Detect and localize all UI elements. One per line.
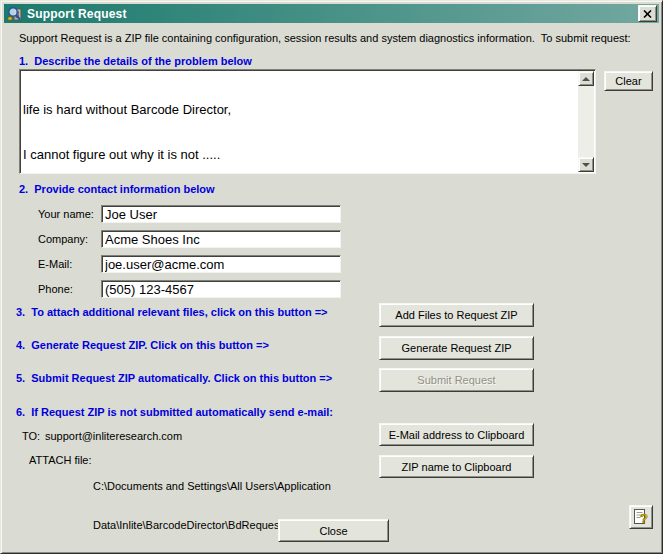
arrow-up-icon — [582, 77, 590, 81]
step1-heading: 1. Describe the details of the problem b… — [19, 55, 252, 67]
submit-request-button: Submit Request — [379, 368, 534, 392]
window-title: Support Request — [27, 7, 127, 21]
attach-path-line: C:\Documents and Settings\All Users\Appl… — [93, 480, 331, 493]
close-x-icon — [643, 10, 652, 18]
svg-text:?: ? — [640, 511, 648, 526]
problem-line: life is hard without Barcode Director, — [23, 102, 575, 117]
step4-text: 4. Generate Request ZIP. Click on this b… — [16, 339, 269, 351]
arrow-down-icon — [582, 163, 590, 167]
company-input[interactable] — [101, 230, 341, 248]
problem-text: life is hard without Barcode Director, I… — [23, 72, 575, 171]
step3-text: 3. To attach additional relevant files, … — [16, 306, 328, 318]
step5-text: 5. Submit Request ZIP automatically. Cli… — [16, 372, 332, 384]
help-document-icon: ? — [632, 508, 650, 526]
clear-button[interactable]: Clear — [604, 71, 653, 91]
email-to-clipboard-button[interactable]: E-Mail address to Clipboard — [379, 423, 534, 446]
email-label: E-Mail: — [38, 258, 72, 270]
problem-textarea[interactable]: life is hard without Barcode Director, I… — [19, 69, 596, 174]
your-name-label: Your name: — [38, 208, 94, 220]
problem-line: I cannot figure out why it is not ..... — [23, 147, 575, 162]
email-input[interactable] — [101, 255, 341, 273]
attach-file-label: ATTACH file: — [29, 454, 92, 466]
zip-name-to-clipboard-button[interactable]: ZIP name to Clipboard — [379, 455, 534, 478]
to-label: TO: — [22, 430, 40, 442]
intro-text: Support Request is a ZIP file containing… — [19, 32, 631, 44]
step2-heading: 2. Provide contact information below — [19, 183, 215, 195]
help-button[interactable]: ? — [629, 505, 653, 529]
close-button[interactable]: Close — [278, 519, 389, 542]
company-label: Company: — [38, 233, 88, 245]
app-magnifier-icon — [7, 6, 23, 22]
generate-zip-button[interactable]: Generate Request ZIP — [379, 336, 534, 360]
to-email-value: support@inliteresearch.com — [45, 430, 182, 442]
your-name-input[interactable] — [101, 205, 341, 223]
vertical-scrollbar[interactable] — [578, 71, 594, 172]
scroll-down-button[interactable] — [578, 157, 594, 172]
close-window-button[interactable] — [638, 5, 657, 22]
scroll-up-button[interactable] — [578, 71, 594, 86]
add-files-button[interactable]: Add Files to Request ZIP — [379, 303, 534, 327]
support-request-dialog: Support Request Support Request is a ZIP… — [0, 0, 663, 554]
phone-label: Phone: — [38, 283, 73, 295]
phone-input[interactable] — [101, 280, 341, 298]
titlebar[interactable]: Support Request — [4, 4, 659, 23]
step6-heading: 6. If Request ZIP is not submitted autom… — [16, 406, 333, 418]
